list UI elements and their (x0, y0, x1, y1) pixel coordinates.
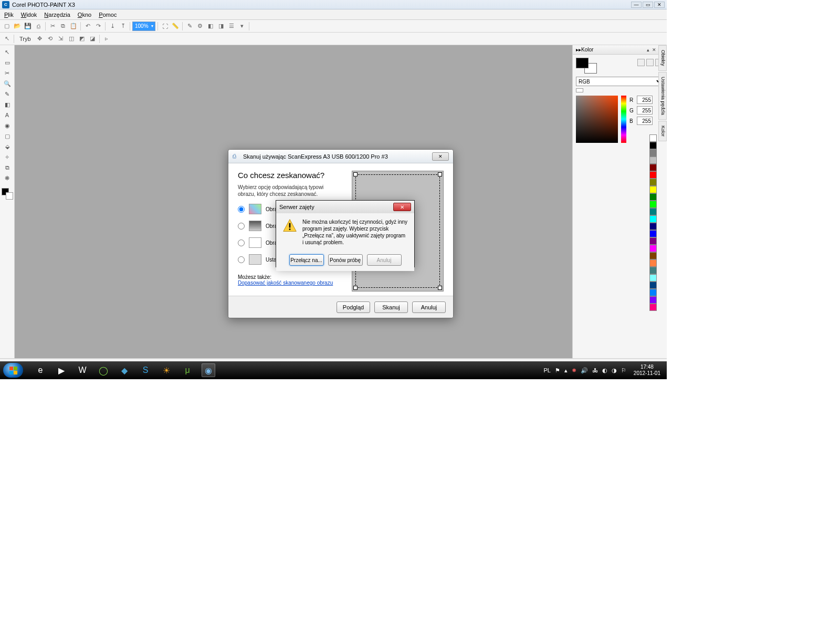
eyedropper-tool-icon[interactable]: ✎ (3, 89, 12, 99)
tray-a-icon[interactable]: ◐ (602, 367, 607, 374)
rulers-icon[interactable]: 📏 (171, 22, 180, 31)
tray-action-center-icon[interactable]: ⚑ (555, 367, 560, 374)
scan-radio-grayscale[interactable] (238, 223, 245, 230)
task-app-b-icon[interactable]: μ (181, 363, 194, 377)
palette-chip[interactable] (649, 304, 657, 311)
tray-b-icon[interactable]: ◑ (612, 367, 617, 374)
fullscreen-icon[interactable]: ⛶ (160, 22, 170, 31)
scan-handle-tl[interactable] (353, 172, 358, 176)
background-swatch[interactable] (6, 192, 13, 200)
tab-kolor[interactable]: Kolor (658, 121, 667, 141)
g-input[interactable] (637, 106, 653, 114)
zoom-combo[interactable]: 100% (132, 22, 155, 31)
palette-chip[interactable] (649, 215, 657, 223)
busy-dialog-titlebar[interactable]: Serwer zajęty ✕ (276, 201, 414, 213)
palette-chip[interactable] (649, 237, 657, 245)
window-minimize-button[interactable]: — (631, 2, 642, 8)
color-viewer-a-icon[interactable] (637, 59, 645, 66)
pick-tool-icon[interactable]: ↖ (3, 47, 12, 57)
tray-gear-icon[interactable]: ✹ (572, 367, 576, 374)
open-icon[interactable]: 📂 (13, 22, 22, 31)
palette-chip[interactable] (649, 259, 657, 267)
menu-plik[interactable]: Plik (4, 12, 14, 18)
docker-close-button[interactable]: ✕ (651, 47, 657, 53)
zoom-tool-icon[interactable]: 🔍 (3, 79, 12, 88)
tray-lang[interactable]: PL (543, 367, 550, 373)
image-sprayer-icon[interactable]: ❋ (3, 173, 12, 183)
redo-icon[interactable]: ↷ (93, 22, 103, 31)
scan-scan-button[interactable]: Skanuj (374, 301, 408, 313)
save-icon[interactable]: 💾 (23, 22, 33, 31)
color-swatches[interactable] (2, 188, 13, 200)
palette-chip[interactable] (649, 186, 657, 193)
palette-chip[interactable] (649, 142, 657, 149)
tray-flag-icon[interactable]: ⚐ (621, 367, 626, 374)
paste-icon[interactable]: 📋 (69, 22, 78, 31)
mode-c-icon[interactable]: ⇲ (56, 34, 66, 44)
clone-tool-icon[interactable]: ⧉ (3, 163, 12, 172)
task-sun-icon[interactable]: ☀ (160, 363, 173, 377)
mode-a-icon[interactable]: ✥ (35, 34, 45, 44)
palette-chip[interactable] (649, 179, 657, 186)
scan-handle-bl[interactable] (353, 286, 358, 290)
text-tool-icon[interactable]: A (3, 110, 12, 120)
task-ie-icon[interactable]: e (34, 363, 47, 377)
mode-f-icon[interactable]: ◪ (88, 34, 97, 44)
import-icon[interactable]: ⤓ (108, 22, 117, 31)
palette-chip[interactable] (649, 274, 657, 282)
launch-e-icon[interactable]: ☰ (227, 22, 236, 31)
hue-slider[interactable] (621, 96, 626, 143)
palette-chip[interactable] (649, 296, 657, 304)
palette-chip[interactable] (649, 245, 657, 252)
palette-chip[interactable] (649, 230, 657, 237)
color-model-select[interactable]: RGB (576, 77, 664, 86)
redeye-tool-icon[interactable]: ◉ (3, 121, 12, 130)
rectangle-tool-icon[interactable]: ▢ (3, 131, 12, 141)
scan-radio-bw[interactable] (238, 239, 245, 246)
options-icon[interactable]: ▾ (237, 22, 247, 31)
task-utorrent-icon[interactable]: ◯ (97, 363, 110, 377)
color-picker-area[interactable] (576, 96, 618, 143)
fill-tool-icon[interactable]: ⬙ (3, 142, 12, 151)
mode-e-icon[interactable]: ◩ (77, 34, 87, 44)
scan-dialog-titlebar[interactable]: ⎙ Skanuj używając ScanExpress A3 USB 600… (228, 150, 453, 163)
task-photopaint-icon[interactable]: ◉ (202, 363, 215, 377)
scan-handle-tr[interactable] (438, 172, 442, 176)
task-skype-icon[interactable]: S (139, 363, 152, 377)
cut-icon[interactable]: ✂ (48, 22, 57, 31)
scan-dialog-close-button[interactable]: ✕ (432, 152, 449, 161)
window-close-button[interactable]: ✕ (654, 2, 665, 8)
export-icon[interactable]: ⤒ (118, 22, 128, 31)
fore-color-swatch[interactable] (576, 58, 589, 68)
busy-retry-button[interactable]: Ponów próbę (328, 254, 363, 266)
print-icon[interactable]: ⎙ (34, 22, 43, 31)
play-icon[interactable]: ▹ (102, 34, 111, 44)
new-icon[interactable]: ▢ (2, 22, 12, 31)
palette-chip[interactable] (649, 171, 657, 179)
palette-chip[interactable] (649, 289, 657, 296)
menu-pomoc[interactable]: Pomoc (99, 12, 117, 18)
task-wmp-icon[interactable]: ▶ (55, 363, 68, 377)
scan-radio-color[interactable] (238, 206, 245, 213)
mode-d-icon[interactable]: ◫ (67, 34, 76, 44)
palette-chip[interactable] (649, 193, 657, 201)
task-word-icon[interactable]: W (76, 363, 89, 377)
eraser-tool-icon[interactable]: ◧ (3, 100, 12, 109)
palette-chip[interactable] (649, 267, 657, 274)
busy-cancel-button[interactable]: Anuluj (367, 254, 402, 266)
menu-okno[interactable]: Okno (78, 12, 91, 18)
tab-obiekty[interactable]: Obiekty (658, 45, 667, 71)
busy-switch-button[interactable]: Przełącz na... (289, 254, 324, 266)
window-maximize-button[interactable]: ▭ (643, 2, 653, 8)
palette-chip[interactable] (649, 134, 657, 142)
palette-chip[interactable] (649, 223, 657, 230)
busy-dialog-close-button[interactable]: ✕ (393, 203, 411, 211)
start-button[interactable] (3, 363, 23, 378)
b-input[interactable] (637, 117, 653, 125)
mask-tool-icon[interactable]: ▭ (3, 58, 12, 67)
fore-back-swatch[interactable] (576, 58, 597, 74)
launch-a-icon[interactable]: ✎ (185, 22, 194, 31)
undo-icon[interactable]: ↶ (83, 22, 92, 31)
scan-preview-button[interactable]: Podgląd (337, 301, 370, 313)
color-viewer-b-icon[interactable] (646, 59, 654, 66)
